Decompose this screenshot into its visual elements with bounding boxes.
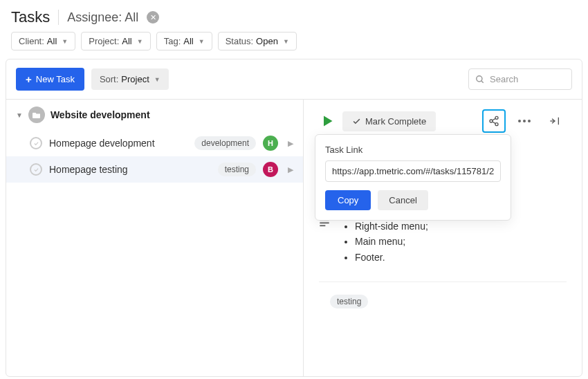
client-filter[interactable]: Client: All ▼	[11, 32, 75, 50]
svg-point-5	[495, 123, 498, 126]
button-label: New Task	[36, 74, 75, 84]
task-link-popover: Task Link Copy Cancel	[315, 134, 511, 221]
filter-label: Tag:	[164, 36, 181, 46]
svg-line-6	[493, 118, 496, 120]
chevron-down-icon: ▼	[62, 38, 68, 45]
task-link-input[interactable]	[325, 160, 501, 182]
complete-circle-icon[interactable]	[30, 163, 42, 176]
mark-complete-button[interactable]: Mark Complete	[342, 111, 436, 131]
task-row[interactable]: Homepage testing testing B ▶	[6, 156, 303, 183]
popover-title: Task Link	[325, 145, 501, 155]
chevron-down-icon: ▼	[199, 38, 205, 45]
svg-line-1	[481, 80, 484, 82]
list-item: Footer.	[355, 250, 428, 265]
check-icon	[352, 117, 361, 126]
page-title: Tasks	[11, 8, 50, 26]
clear-assignee-icon[interactable]: ✕	[147, 11, 159, 24]
svg-point-9	[523, 120, 526, 122]
list-item: Main menu;	[355, 234, 428, 249]
divider	[319, 281, 567, 282]
task-tag: testing	[218, 163, 256, 176]
svg-point-10	[528, 120, 531, 122]
task-row[interactable]: Homepage development development H ▶	[6, 130, 303, 156]
sort-button[interactable]: Sort: Project ▼	[91, 68, 169, 90]
description-list: Right-side menu; Main menu; Footer.	[355, 219, 428, 265]
svg-marker-2	[324, 116, 333, 127]
task-list: ▼ Website development Homepage developme…	[6, 100, 304, 376]
main-panel: + New Task Sort: Project ▼ ▼ Website dev…	[6, 59, 582, 377]
chevron-down-icon: ▼	[16, 111, 23, 119]
group-name: Website development	[50, 109, 150, 120]
filter-value: All	[47, 36, 57, 46]
svg-point-4	[490, 120, 493, 122]
sort-value: Project	[121, 74, 149, 84]
project-group-header[interactable]: ▼ Website development	[6, 100, 303, 130]
task-tag: development	[194, 136, 256, 150]
project-filter[interactable]: Project: All ▼	[81, 32, 150, 50]
filter-value: All	[183, 36, 193, 46]
more-options-button[interactable]	[513, 109, 536, 133]
chevron-down-icon: ▼	[283, 38, 289, 45]
folder-icon	[28, 107, 45, 123]
collapse-right-icon	[549, 115, 560, 127]
avatar: B	[263, 162, 278, 177]
start-timer-button[interactable]	[319, 113, 336, 129]
play-icon[interactable]: ▶	[288, 139, 293, 148]
filter-label: Status:	[226, 36, 253, 46]
copy-button[interactable]: Copy	[325, 190, 371, 210]
button-label: Mark Complete	[365, 116, 426, 127]
search-icon	[475, 75, 485, 84]
assignee-filter[interactable]: Assignee: All	[67, 10, 138, 25]
play-icon[interactable]: ▶	[288, 165, 293, 174]
chevron-down-icon: ▼	[137, 38, 143, 45]
task-tag[interactable]: testing	[330, 295, 368, 308]
complete-circle-icon[interactable]	[30, 137, 42, 149]
status-filter[interactable]: Status: Open ▼	[218, 32, 297, 50]
avatar: H	[263, 136, 278, 151]
task-detail-pane: Mark Complete H Pr As Task Link	[304, 100, 582, 376]
svg-point-3	[495, 116, 498, 119]
plus-icon: +	[26, 73, 32, 85]
filter-value: All	[122, 36, 131, 46]
filter-row: Client: All ▼ Project: All ▼ Tag: All ▼ …	[0, 32, 588, 59]
filter-value: Open	[256, 36, 278, 46]
svg-line-7	[493, 122, 496, 124]
list-item: Right-side menu;	[355, 219, 428, 234]
share-icon	[488, 115, 499, 127]
dots-icon	[518, 120, 531, 122]
new-task-button[interactable]: + New Task	[16, 68, 84, 91]
svg-point-8	[518, 120, 521, 122]
sort-label: Sort:	[100, 74, 118, 84]
tag-filter[interactable]: Tag: All ▼	[156, 32, 212, 50]
filter-label: Client:	[19, 36, 44, 46]
title-divider	[58, 10, 59, 25]
collapse-panel-button[interactable]	[543, 109, 567, 133]
task-name: Homepage testing	[49, 164, 211, 175]
task-name: Homepage development	[49, 138, 187, 149]
cancel-button[interactable]: Cancel	[378, 190, 428, 210]
filter-label: Project:	[89, 36, 119, 46]
svg-point-0	[477, 75, 482, 81]
chevron-down-icon: ▼	[154, 76, 160, 83]
search-wrap	[468, 68, 572, 90]
share-button[interactable]	[482, 109, 506, 133]
